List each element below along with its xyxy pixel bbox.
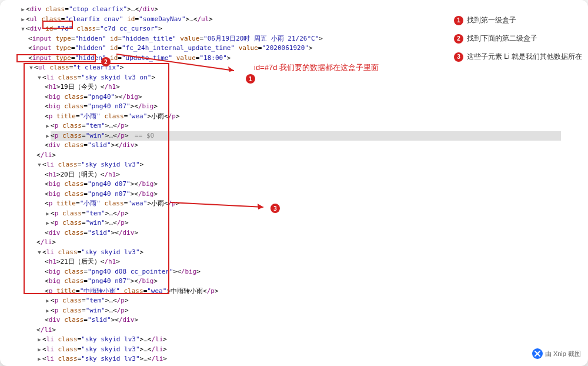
- dom-line[interactable]: <li class="sky skyid lv3">…</li>: [12, 364, 588, 367]
- dom-text: <big class="png40 d08 cc_pointer"></big>: [45, 268, 201, 275]
- dom-line[interactable]: <p title="小雨" class="wea">小雨</p>: [12, 199, 588, 209]
- dom-text: <li class="sky skyid lv3">: [42, 161, 143, 168]
- expand-caret[interactable]: [36, 354, 42, 364]
- dom-text: <p class="win">…</p>: [51, 132, 129, 139]
- annotation-text-1: id=#7d 我们要的数据都在这盒子里面: [254, 62, 379, 73]
- note-badge-icon: 2: [454, 34, 463, 44]
- expand-caret[interactable]: [20, 5, 26, 15]
- dom-line[interactable]: </li>: [12, 238, 588, 248]
- dom-line[interactable]: <h1>21日（后天）</h1>: [12, 257, 588, 267]
- dom-line[interactable]: <div class="slid"></div>: [12, 141, 588, 151]
- dom-text: <input type="hidden" id="hidden_title" v…: [28, 35, 323, 42]
- dom-line-selected[interactable]: <p class="win">…</p> == $0: [12, 131, 588, 141]
- dom-line[interactable]: <p class="win">…</p>: [12, 306, 588, 316]
- dom-line[interactable]: <li class="sky skyid lv3 on">: [12, 73, 588, 83]
- dom-text: <div class="slid"></div>: [45, 316, 138, 324]
- expand-caret[interactable]: [36, 345, 42, 355]
- expand-caret[interactable]: [45, 218, 51, 228]
- dom-line[interactable]: <big class="png40 n07"></big>: [12, 102, 588, 112]
- dom-text: <big class="png40 n07"></big>: [45, 102, 158, 110]
- collapse-caret[interactable]: [36, 160, 42, 170]
- dom-text: <h1>20日（明天）</h1>: [45, 171, 120, 178]
- expand-caret[interactable]: [45, 131, 51, 141]
- dom-text: <div class="slid"></div>: [45, 141, 138, 149]
- dom-text: <p class="tem">…</p>: [51, 209, 129, 217]
- watermark: 由 Xnip 截图: [532, 348, 581, 359]
- dom-text: <p title="小雨" class="wea">小雨</p>: [45, 112, 180, 120]
- dom-text: </li>: [36, 326, 56, 334]
- expand-caret[interactable]: [36, 335, 42, 345]
- selection-indicator: == $0: [131, 132, 155, 139]
- dom-text: <div class="slid"></div>: [45, 229, 138, 237]
- xnip-icon: [532, 348, 543, 359]
- dom-line[interactable]: <p class="tem">…</p>: [12, 296, 588, 306]
- watermark-text: 由 Xnip 截图: [545, 350, 581, 358]
- annotation-badge-3: 3: [270, 204, 280, 213]
- dom-text: <li class="sky skyid lv3">…</li>: [42, 335, 167, 343]
- dom-line[interactable]: </li>: [12, 325, 588, 335]
- dom-line[interactable]: <p title="中雨转小雨" class="wea">中雨转小雨</p>: [12, 287, 588, 297]
- note-badge-icon: 3: [454, 52, 463, 62]
- dom-line[interactable]: <big class="png40"></big>: [12, 92, 588, 102]
- note-item-3: 3这些子元素 Li 就是我们其他数据所在: [454, 52, 582, 62]
- dom-line[interactable]: <h1>19日（今天）</h1>: [12, 82, 588, 92]
- dom-text: <li class="sky skyid lv3">: [42, 248, 143, 256]
- dom-line[interactable]: <li class="sky skyid lv3">: [12, 248, 588, 258]
- dom-line[interactable]: <div class="slid"></div>: [12, 315, 588, 325]
- expand-caret[interactable]: [45, 121, 51, 131]
- note-badge-icon: 1: [454, 16, 463, 25]
- annotation-badge-1: 1: [246, 74, 255, 84]
- dom-text: <p title="中雨转小雨" class="wea">中雨转小雨</p>: [45, 287, 219, 295]
- dom-text: </li>: [36, 151, 56, 159]
- dom-line[interactable]: <li class="sky skyid lv3">…</li>: [12, 335, 588, 345]
- dom-text: <big class="png40 n07"></big>: [45, 190, 158, 198]
- collapse-caret[interactable]: [28, 63, 34, 73]
- dom-line[interactable]: <h1>20日（明天）</h1>: [12, 170, 588, 180]
- note-text: 这些子元素 Li 就是我们其他数据所在: [467, 52, 582, 62]
- dom-line[interactable]: <div class="ctop clearfix">…</div>: [12, 5, 588, 15]
- expand-caret[interactable]: [36, 364, 42, 367]
- dom-text: <div id="7d" class="c7d cc_cursor">: [26, 25, 162, 32]
- note-item-2: 2找到下面的第二级盒子: [454, 34, 582, 44]
- note-item-1: 1找到第一级盒子: [454, 15, 582, 25]
- dom-text: <big class="png40 d07"></big>: [45, 180, 158, 188]
- dom-text: <li class="sky skyid lv3 on">: [42, 74, 155, 81]
- dom-text: <input type="hidden" id="fc_24h_internal…: [28, 44, 313, 52]
- annotation-notes: 1找到第一级盒子 2找到下面的第二级盒子 3这些子元素 Li 就是我们其他数据所…: [454, 15, 582, 70]
- dom-line[interactable]: <p class="win">…</p>: [12, 218, 588, 228]
- dom-text: <p class="win">…</p>: [51, 307, 129, 314]
- dom-text: <big class="png40 n07"></big>: [45, 277, 158, 285]
- collapse-caret[interactable]: [36, 248, 42, 258]
- dom-line[interactable]: <li class="sky skyid lv3">…</li>: [12, 354, 588, 364]
- dom-line[interactable]: </li>: [12, 151, 588, 161]
- dom-line[interactable]: <big class="png40 n07"></big>: [12, 189, 588, 199]
- dom-line[interactable]: <li class="sky skyid lv3">: [12, 160, 588, 170]
- dom-line[interactable]: <p class="tem">…</p>: [12, 209, 588, 219]
- expand-caret[interactable]: [45, 209, 51, 219]
- dom-line[interactable]: <li class="sky skyid lv3">…</li>: [12, 345, 588, 355]
- dom-line[interactable]: <big class="png40 n07"></big>: [12, 277, 588, 287]
- dom-text: <big class="png40"></big>: [45, 93, 142, 101]
- dom-text: <h1>19日（今天）</h1>: [45, 83, 120, 91]
- collapse-caret[interactable]: [20, 24, 26, 34]
- dom-text: <div class="ctop clearfix">…</div>: [26, 5, 158, 13]
- dom-text: <h1>21日（后天）</h1>: [45, 258, 120, 265]
- dom-text: <p class="tem">…</p>: [51, 297, 129, 304]
- dom-line[interactable]: <big class="png40 d08 cc_pointer"></big>: [12, 267, 588, 277]
- dom-text: <input type="hidden" id="update_time" va…: [28, 54, 230, 62]
- dom-text: <ul class="clearfix cnav" id="someDayNav…: [26, 15, 213, 23]
- collapse-caret[interactable]: [36, 73, 42, 83]
- expand-caret[interactable]: [20, 15, 26, 25]
- annotation-badge-2: 2: [101, 57, 111, 66]
- dom-text: <ul class="t clearfix">: [34, 64, 123, 71]
- dom-line[interactable]: <p title="小雨" class="wea">小雨</p>: [12, 112, 588, 122]
- dom-text: <p title="小雨" class="wea">小雨</p>: [45, 199, 180, 207]
- dom-line[interactable]: <p class="tem">…</p>: [12, 121, 588, 131]
- dom-text: <p class="win">…</p>: [51, 219, 129, 227]
- expand-caret[interactable]: [45, 306, 51, 316]
- note-text: 找到第一级盒子: [467, 15, 516, 25]
- dom-text: </li>: [36, 238, 56, 246]
- dom-line[interactable]: <div class="slid"></div>: [12, 228, 588, 238]
- dom-line[interactable]: <big class="png40 d07"></big>: [12, 179, 588, 189]
- expand-caret[interactable]: [45, 296, 51, 306]
